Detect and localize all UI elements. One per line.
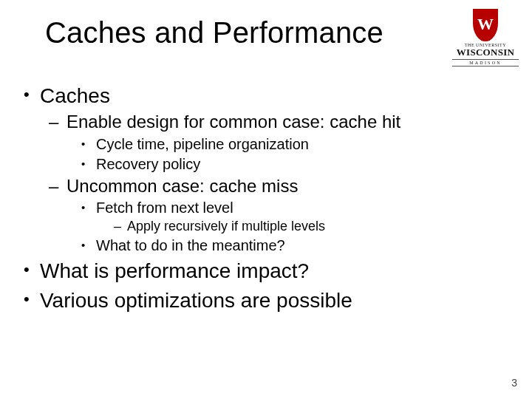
bullet-text: Cycle time, pipeline organization [96,136,309,152]
bullet-optimizations: Various optimizations are possible [21,287,511,314]
logo-line-madison: MADISON [452,59,519,66]
bullet-cycle-time: Cycle time, pipeline organization [66,135,511,154]
slide-body: Caches Enable design for common case: ca… [21,83,511,316]
logo-line-wisconsin: WISCONSIN [452,47,519,58]
bullet-text: Enable design for common case: cache hit [66,112,400,132]
bullet-text: What to do in the meantime? [96,237,285,253]
bullet-uncommon-case: Uncommon case: cache miss Fetch from nex… [40,175,511,255]
bullet-apply-recursively: Apply recursively if multiple levels [96,218,511,235]
bullet-fetch-next-level: Fetch from next level Apply recursively … [66,199,511,235]
crest-icon [473,9,498,41]
bullet-recovery-policy: Recovery policy [66,155,511,174]
bullet-text: Caches [40,84,110,107]
bullet-meantime: What to do in the meantime? [66,236,511,255]
page-number: 3 [511,377,517,389]
university-logo: THE UNIVERSITY WISCONSIN MADISON [452,9,519,66]
bullet-text: Various optimizations are possible [40,289,352,312]
slide-title: Caches and Performance [0,16,429,50]
bullet-performance-impact: What is performance impact? [21,258,511,284]
bullet-common-case: Enable design for common case: cache hit… [40,111,511,174]
bullet-text: Fetch from next level [96,200,233,216]
slide: Caches and Performance THE UNIVERSITY WI… [0,0,532,399]
bullet-text: Uncommon case: cache miss [66,176,298,196]
bullet-text: Apply recursively if multiple levels [127,219,325,233]
bullet-caches: Caches Enable design for common case: ca… [21,83,511,255]
bullet-text: What is performance impact? [40,259,309,282]
bullet-text: Recovery policy [96,156,200,172]
